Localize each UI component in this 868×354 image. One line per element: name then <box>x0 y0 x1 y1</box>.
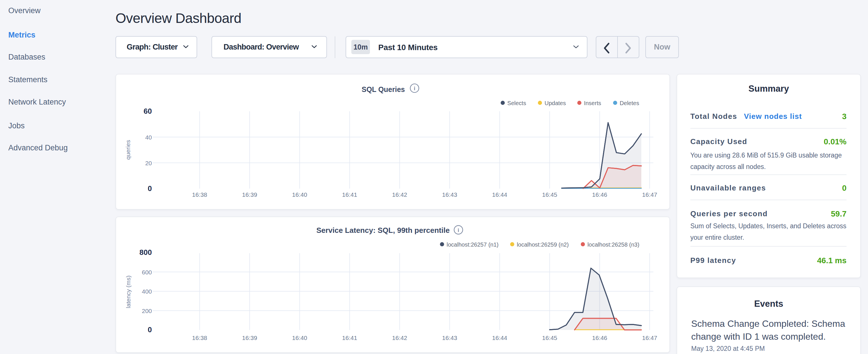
svg-text:latency (ms): latency (ms) <box>125 276 131 308</box>
svg-text:400: 400 <box>142 288 152 295</box>
svg-text:Service Latency: SQL, 99th per: Service Latency: SQL, 99th percentile <box>316 226 450 234</box>
svg-text:16:38: 16:38 <box>192 334 207 341</box>
svg-text:16:41: 16:41 <box>342 191 358 198</box>
svg-text:200: 200 <box>142 308 152 314</box>
svg-text:16:39: 16:39 <box>242 334 257 341</box>
svg-text:16:43: 16:43 <box>442 334 457 341</box>
svg-text:16:46: 16:46 <box>592 191 607 198</box>
svg-text:queries: queries <box>125 140 131 160</box>
svg-text:16:46: 16:46 <box>592 334 607 341</box>
svg-text:16:39: 16:39 <box>242 191 257 198</box>
svg-text:i: i <box>414 85 415 91</box>
svg-text:0: 0 <box>148 184 152 193</box>
svg-text:60: 60 <box>144 107 152 116</box>
svg-text:localhost:26259 (n2): localhost:26259 (n2) <box>517 242 568 248</box>
svg-text:16:40: 16:40 <box>292 191 307 198</box>
svg-text:20: 20 <box>145 160 152 166</box>
svg-text:Selects: Selects <box>507 100 526 106</box>
svg-text:16:42: 16:42 <box>392 191 407 198</box>
svg-text:40: 40 <box>145 134 152 141</box>
svg-text:0: 0 <box>148 325 152 334</box>
svg-text:16:42: 16:42 <box>392 334 407 341</box>
svg-text:16:44: 16:44 <box>492 334 507 341</box>
svg-text:16:44: 16:44 <box>492 191 507 198</box>
svg-text:Deletes: Deletes <box>620 100 639 106</box>
svg-text:16:47: 16:47 <box>642 334 657 341</box>
svg-text:16:45: 16:45 <box>542 191 557 198</box>
svg-text:localhost:26257 (n1): localhost:26257 (n1) <box>447 242 499 248</box>
svg-text:800: 800 <box>140 248 152 257</box>
svg-text:16:40: 16:40 <box>292 334 307 341</box>
svg-text:16:47: 16:47 <box>642 191 657 198</box>
svg-text:SQL Queries: SQL Queries <box>362 85 405 93</box>
svg-text:16:41: 16:41 <box>342 334 358 341</box>
svg-text:600: 600 <box>142 269 152 276</box>
svg-text:16:43: 16:43 <box>442 191 457 198</box>
svg-text:i: i <box>458 227 459 233</box>
svg-text:16:45: 16:45 <box>542 334 557 341</box>
svg-text:16:38: 16:38 <box>192 191 207 198</box>
svg-text:Inserts: Inserts <box>584 100 601 106</box>
svg-text:Updates: Updates <box>545 100 566 106</box>
svg-text:localhost:26258 (n3): localhost:26258 (n3) <box>587 242 639 248</box>
